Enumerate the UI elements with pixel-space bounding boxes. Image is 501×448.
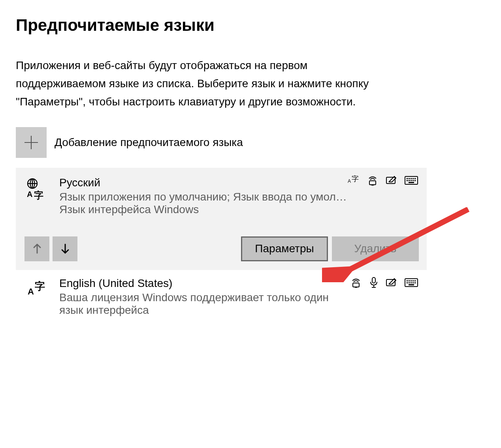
- svg-rect-22: [412, 180, 414, 181]
- svg-rect-44: [412, 282, 414, 283]
- add-language-label: Добавление предпочитаемого языка: [55, 136, 243, 149]
- svg-rect-20: [409, 180, 410, 181]
- svg-rect-31: [372, 277, 375, 283]
- svg-text:字: 字: [352, 175, 359, 183]
- language-pack-full-icon: A 字: [24, 176, 49, 201]
- language-subtitle: Язык приложения по умолчанию; Язык ввода…: [59, 191, 419, 203]
- svg-rect-37: [409, 280, 410, 281]
- svg-rect-10: [369, 181, 376, 185]
- svg-rect-42: [409, 282, 410, 283]
- language-subtitle-2: Язык интерфейса Windows: [59, 203, 419, 216]
- svg-rect-30: [355, 287, 357, 288]
- options-button[interactable]: Параметры: [241, 236, 328, 261]
- svg-rect-39: [412, 280, 414, 281]
- svg-rect-29: [353, 283, 359, 287]
- handwriting-icon: [386, 278, 397, 287]
- svg-text:字: 字: [34, 190, 43, 201]
- add-language-button[interactable]: Добавление предпочитаемого языка: [16, 127, 485, 158]
- svg-text:A: A: [27, 190, 32, 199]
- move-down-button[interactable]: [53, 236, 77, 261]
- svg-rect-23: [414, 180, 416, 181]
- remove-button: Удалить: [332, 236, 419, 261]
- svg-rect-43: [411, 282, 412, 283]
- svg-rect-24: [409, 182, 414, 183]
- language-item-russian[interactable]: A 字 Русский Язык приложения по умолчанию…: [16, 168, 427, 270]
- handwriting-icon: [386, 176, 397, 185]
- plus-icon: [16, 127, 47, 158]
- keyboard-icon: [405, 278, 418, 287]
- section-title: Предпочитаемые языки: [16, 16, 485, 35]
- svg-rect-38: [411, 280, 412, 281]
- svg-text:字: 字: [35, 280, 45, 292]
- language-item-english[interactable]: A 字 English (United States) Ваша лицензи…: [16, 270, 427, 324]
- svg-rect-14: [407, 178, 408, 179]
- language-subtitle-2: язык интерфейса: [59, 304, 419, 317]
- svg-rect-18: [414, 178, 416, 179]
- section-description: Приложения и веб-сайты будут отображатьс…: [16, 56, 395, 111]
- svg-rect-16: [411, 178, 412, 179]
- keyboard-icon: [405, 176, 418, 185]
- text-to-speech-icon: [350, 277, 362, 288]
- svg-rect-17: [412, 178, 414, 179]
- speech-recognition-icon: [369, 277, 379, 288]
- svg-rect-40: [414, 280, 416, 281]
- svg-text:A: A: [348, 178, 351, 184]
- svg-rect-41: [407, 282, 408, 283]
- svg-rect-21: [411, 180, 412, 181]
- svg-rect-19: [407, 180, 408, 181]
- svg-rect-11: [371, 185, 374, 186]
- text-to-speech-icon: [367, 175, 379, 186]
- svg-rect-15: [409, 178, 410, 179]
- move-up-button[interactable]: [24, 236, 49, 261]
- svg-rect-45: [414, 282, 416, 283]
- language-pack-icon: A 字: [24, 277, 49, 299]
- svg-text:A: A: [28, 287, 34, 296]
- svg-rect-46: [409, 284, 414, 285]
- display-language-icon: A 字: [348, 175, 360, 186]
- language-subtitle: Ваша лицензия Windows поддерживает тольк…: [59, 291, 419, 304]
- svg-rect-36: [407, 280, 408, 281]
